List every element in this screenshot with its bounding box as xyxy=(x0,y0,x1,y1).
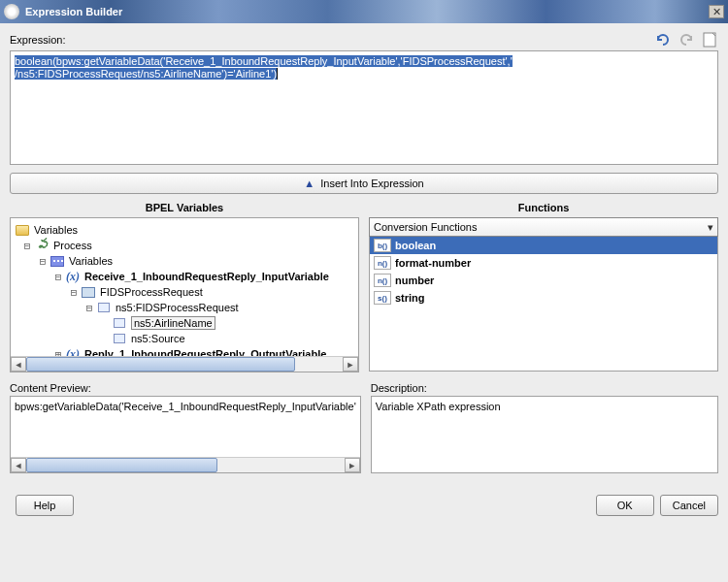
content-preview-panel: bpws:getVariableData('Receive_1_InboundR… xyxy=(10,396,361,473)
collapse-icon[interactable]: ⊟ xyxy=(38,255,48,268)
help-button[interactable]: Help xyxy=(16,495,74,516)
scroll-right-icon[interactable]: ► xyxy=(345,458,360,472)
function-icon: n() xyxy=(374,274,391,287)
variable-icon: (x) xyxy=(65,270,81,283)
chevron-down-icon: ▾ xyxy=(708,221,713,234)
collapse-icon[interactable]: ⊟ xyxy=(53,271,63,283)
leaf-icon xyxy=(114,318,125,328)
function-item-boolean[interactable]: b() boolean xyxy=(370,237,717,254)
tree-node-variables[interactable]: ⊟ Variables xyxy=(13,253,356,269)
tree-node-ns5-fids[interactable]: ⊟ ns5:FIDSProcessRequest xyxy=(13,300,356,315)
svg-rect-0 xyxy=(704,33,715,47)
scroll-thumb[interactable] xyxy=(26,458,217,472)
function-icon: b() xyxy=(374,239,391,252)
function-icon: n() xyxy=(374,256,391,270)
dropdown-selected: Conversion Functions xyxy=(374,221,708,233)
expression-text-line1: boolean(bpws:getVariableData('Receive_1_… xyxy=(15,55,513,67)
function-item-number[interactable]: n() number xyxy=(370,272,717,289)
up-arrow-icon: ▲ xyxy=(304,178,314,189)
app-icon xyxy=(4,4,19,19)
tree-node-input-variable[interactable]: ⊟ (x) Receive_1_InboundRequestReply_Inpu… xyxy=(13,269,356,284)
variables-icon xyxy=(50,256,64,267)
tree-horizontal-scrollbar[interactable]: ◄ ► xyxy=(11,356,358,372)
expression-textarea[interactable]: boolean(bpws:getVariableData('Receive_1_… xyxy=(10,50,718,165)
leaf-icon xyxy=(98,303,110,312)
function-item-string[interactable]: s() string xyxy=(370,289,717,307)
function-icon: s() xyxy=(374,291,391,305)
scroll-left-icon[interactable]: ◄ xyxy=(11,458,26,472)
collapse-icon[interactable]: ⊟ xyxy=(22,240,32,252)
redo-icon[interactable] xyxy=(678,31,695,48)
content-preview-label: Content Preview: xyxy=(10,382,361,394)
scroll-thumb[interactable] xyxy=(26,357,295,372)
function-category-dropdown[interactable]: Conversion Functions ▾ xyxy=(369,217,718,237)
clear-icon[interactable] xyxy=(701,31,718,48)
leaf-icon xyxy=(114,334,125,343)
tree-node-ns5-source[interactable]: ns5:Source xyxy=(13,331,356,346)
element-icon xyxy=(82,287,95,298)
variables-tree[interactable]: Variables ⊟ ప Process ⊟ Variables ⊟ ( xyxy=(10,217,359,372)
preview-horizontal-scrollbar[interactable]: ◄ ► xyxy=(11,457,360,472)
scroll-left-icon[interactable]: ◄ xyxy=(11,357,26,372)
tree-node-ns5-airline[interactable]: ns5:AirlineName xyxy=(13,315,356,331)
expression-label: Expression: xyxy=(10,34,654,46)
close-icon[interactable]: ✕ xyxy=(709,5,724,18)
description-text: Variable XPath expression xyxy=(376,401,501,412)
window-title: Expression Builder xyxy=(25,6,709,17)
process-icon: ప xyxy=(34,239,50,252)
undo-icon[interactable] xyxy=(654,31,672,48)
content-preview-text: bpws:getVariableData('Receive_1_InboundR… xyxy=(15,401,356,412)
description-label: Description: xyxy=(371,382,718,394)
function-list[interactable]: b() boolean n() format-number n() number… xyxy=(369,237,718,372)
collapse-icon[interactable]: ⊟ xyxy=(84,302,94,314)
function-item-format-number[interactable]: n() format-number xyxy=(370,254,717,272)
tree-node-variables-root[interactable]: Variables xyxy=(13,222,356,238)
bpel-variables-header: BPEL Variables xyxy=(10,202,359,213)
tree-node-process[interactable]: ⊟ ప Process xyxy=(13,238,356,253)
insert-into-expression-button[interactable]: ▲ Insert Into Expression xyxy=(10,173,718,194)
collapse-icon[interactable]: ⊟ xyxy=(69,286,79,299)
ok-button[interactable]: OK xyxy=(596,495,654,516)
functions-header: Functions xyxy=(369,202,718,213)
insert-button-label: Insert Into Expression xyxy=(320,178,423,189)
scroll-right-icon[interactable]: ► xyxy=(343,357,358,372)
cancel-button[interactable]: Cancel xyxy=(660,495,718,516)
description-panel: Variable XPath expression xyxy=(371,396,718,473)
titlebar: Expression Builder ✕ xyxy=(0,0,728,23)
expression-text-line2: /ns5:FIDSProcessRequest/ns5:AirlineName'… xyxy=(15,68,277,80)
tree-node-fids-request[interactable]: ⊟ FIDSProcessRequest xyxy=(13,284,356,300)
folder-icon xyxy=(16,225,29,236)
